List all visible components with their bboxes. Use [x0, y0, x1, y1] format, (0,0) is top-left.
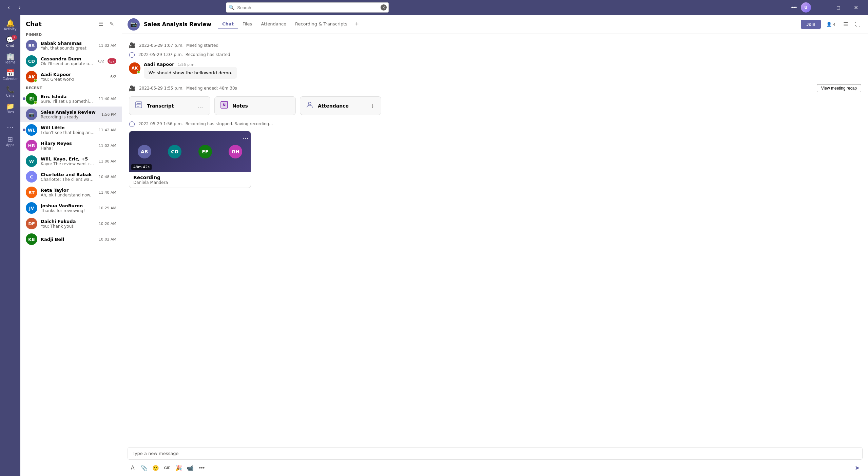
chat-name-reta: Reta Taylor [41, 188, 95, 193]
sidebar-item-calls[interactable]: 📞 Calls [2, 84, 18, 99]
sidebar-item-teams[interactable]: 🏢 Teams [2, 51, 18, 66]
back-button[interactable]: ‹ [4, 3, 14, 12]
chat-time-will: 11:42 AM [99, 128, 116, 132]
record-stop-icon: ◯ [129, 120, 135, 127]
join-button[interactable]: Join [801, 20, 821, 29]
new-chat-button[interactable]: ✎ [107, 19, 116, 28]
chat-item-group[interactable]: W Will, Kayo, Eric, +5 Kayo: The review … [20, 153, 122, 169]
send-button[interactable]: ➤ [852, 462, 863, 473]
transcript-more-button[interactable]: … [196, 101, 205, 111]
chat-item-joshua[interactable]: JV Joshua VanBuren Thanks for reviewing!… [20, 200, 122, 216]
chat-time-joshua: 10:29 AM [99, 206, 116, 210]
avatar-reta: RT [26, 187, 37, 198]
participants-icon: 👤 [826, 22, 832, 27]
message-input[interactable]: Type a new message [128, 447, 863, 460]
sidebar-item-activity[interactable]: 🔔 Activity [2, 18, 18, 33]
view-recap-button[interactable]: View meeting recap [817, 84, 861, 92]
calendar-icon: 📅 [6, 70, 15, 76]
chat-time-hilary: 11:02 AM [99, 144, 116, 148]
expand-button[interactable]: ⛶ [853, 20, 863, 29]
chat-item-info-joshua: Joshua VanBuren Thanks for reviewing! [41, 203, 95, 213]
minimize-button[interactable]: — [813, 2, 829, 13]
sidebar-item-apps[interactable]: ⊞ Apps [2, 134, 18, 149]
chat-item-sales[interactable]: 📷 Sales Analysis Review Recording is rea… [20, 107, 122, 122]
filter-button[interactable]: ☰ [96, 19, 105, 28]
user-avatar[interactable]: U [801, 2, 811, 13]
chat-item-babak[interactable]: BS Babak Shammas Yah, that sounds great … [20, 38, 122, 53]
forward-button[interactable]: › [15, 3, 24, 12]
chat-item-eric[interactable]: EI Eric Ishida Sure, I'll set up somethi… [20, 91, 122, 107]
sidebar-item-more[interactable]: … [2, 120, 18, 131]
toolbar-more-button[interactable]: ••• [197, 463, 207, 473]
gif-button[interactable]: GIF [162, 463, 172, 473]
sidebar-item-calendar[interactable]: 📅 Calendar [2, 68, 18, 83]
message-aadi: AK Aadi Kapoor 1:55 p.m. We should show … [129, 62, 861, 79]
chat-preview-aadi: You: Great work! [41, 77, 107, 82]
chat-tabs: Chat Files Attendance Recording & Transc… [218, 19, 362, 29]
meet-now-button[interactable]: 📹 [185, 463, 195, 473]
svg-text:N: N [223, 103, 226, 107]
msg-time-aadi: 1:55 p.m. [178, 62, 196, 67]
recording-more-button[interactable]: … [243, 133, 249, 140]
chat-item-aadi[interactable]: AK Aadi Kapoor You: Great work! 6/2 [20, 69, 122, 84]
tab-recording[interactable]: Recording & Transcripts [291, 19, 351, 29]
chat-list-panel: Chat ☰ ✎ Pinned BS Babak Shammas Yah, th… [20, 15, 122, 476]
emoji-button[interactable]: 🙂 [151, 463, 161, 473]
search-bar: 🔍 ✕ [226, 2, 389, 13]
more-options-button[interactable]: ••• [789, 3, 799, 12]
format-button[interactable]: A [128, 463, 138, 473]
chat-time-babak: 11:32 AM [99, 43, 116, 48]
avatar-aadi-msg: AK [129, 62, 140, 74]
online-dot-eric [34, 101, 37, 104]
notes-card[interactable]: N Notes [214, 96, 296, 115]
chat-badge: 2 [12, 35, 17, 40]
participants-list-button[interactable]: ☰ [841, 20, 850, 29]
recording-info: Recording Daniela Mandera [129, 172, 251, 188]
search-clear-button[interactable]: ✕ [381, 4, 387, 11]
unread-dot-eric [23, 97, 25, 100]
main-chat-area: 📷 Sales Analysis Review Chat Files Atten… [122, 15, 868, 476]
recording-card[interactable]: AB CD EF GH 48m 42s [129, 131, 251, 188]
tab-chat[interactable]: Chat [218, 19, 238, 29]
chat-item-will[interactable]: WL Will Little I don't see that being an… [20, 122, 122, 138]
tab-files[interactable]: Files [238, 19, 256, 29]
attendance-download-button[interactable]: ↓ [370, 101, 375, 111]
maximize-button[interactable]: ◻ [831, 2, 846, 13]
person-avatar-4: GH [229, 145, 242, 158]
msg-header-aadi: Aadi Kapoor 1:55 p.m. [144, 62, 861, 67]
chat-item-daichi[interactable]: DF Daichi Fukuda You: Thank you!! 10:20 … [20, 216, 122, 231]
chat-preview-charlotte: Charlotte: The client was pretty happy w… [41, 177, 95, 182]
sidebar-item-files[interactable]: 📁 Files [2, 101, 18, 116]
unread-dot-will [23, 129, 25, 131]
chat-item-kadji[interactable]: KB Kadji Bell 10:02 AM [20, 231, 122, 247]
chat-item-reta[interactable]: RT Reta Taylor Ah, ok I understand now. … [20, 185, 122, 200]
participants-button[interactable]: 👤 4 [824, 20, 838, 28]
transcript-icon [135, 101, 143, 111]
chat-label: Chat [6, 44, 14, 47]
tab-attendance[interactable]: Attendance [257, 19, 290, 29]
notes-icon: N [220, 101, 228, 111]
close-button[interactable]: ✕ [848, 2, 864, 13]
avatar-charlotte: C [26, 171, 37, 183]
person-3: EF [190, 131, 220, 172]
participants-count: 4 [833, 22, 835, 27]
avatar-kadji: KB [26, 233, 37, 245]
msg-sender-aadi: Aadi Kapoor [144, 62, 174, 67]
avatar-cassandra: CD [26, 55, 37, 67]
sticker-button[interactable]: 🎉 [174, 463, 184, 473]
chat-item-charlotte[interactable]: C Charlotte and Babak Charlotte: The cli… [20, 169, 122, 185]
chat-item-info-babak: Babak Shammas Yah, that sounds great [41, 41, 95, 51]
system-meeting-started: 🎥 2022-05-29 1:07 p.m. Meeting started [129, 42, 861, 49]
transcript-card[interactable]: Transcript … [129, 96, 210, 115]
search-input[interactable] [226, 2, 389, 13]
attach-button[interactable]: 📎 [139, 463, 149, 473]
add-tab-button[interactable]: + [352, 20, 362, 29]
chat-item-hilary[interactable]: HR Hilary Reyes Haha! 11:02 AM [20, 138, 122, 153]
sidebar-item-chat[interactable]: 2 💬 Chat [2, 34, 18, 50]
chat-time-group: 11:00 AM [99, 159, 116, 164]
chat-item-cassandra[interactable]: CD Cassandra Dunn Ok I'll send an update… [20, 53, 122, 69]
chat-name-group: Will, Kayo, Eric, +5 [41, 156, 95, 161]
title-bar-right: ••• U — ◻ ✕ [789, 2, 864, 13]
attendance-label: Attendance [318, 103, 349, 109]
attendance-card[interactable]: Attendance ↓ [300, 96, 381, 115]
